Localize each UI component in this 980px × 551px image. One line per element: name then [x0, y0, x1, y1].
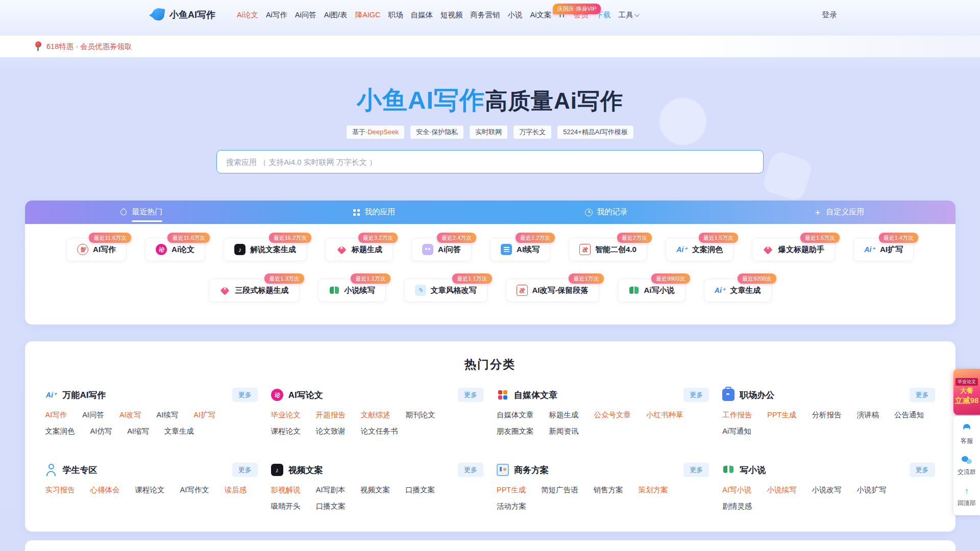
category-link[interactable]: AI改写: [119, 410, 141, 420]
category-link[interactable]: 论文致谢: [316, 427, 346, 436]
more-button[interactable]: 更多: [910, 388, 935, 402]
nav-item[interactable]: Ai文案: [530, 10, 552, 20]
thesis-promo-sticker[interactable]: 毕业论文 大餐 立减98: [953, 369, 980, 415]
category-link[interactable]: AI写作文: [180, 485, 209, 495]
category-link[interactable]: AI问答: [82, 410, 104, 420]
category-link[interactable]: 论文任务书: [361, 427, 398, 436]
category-link[interactable]: 实习报告: [45, 485, 75, 495]
category-link[interactable]: 小红书种草: [646, 410, 683, 420]
category-link[interactable]: 口播文案: [405, 485, 435, 495]
promo-bar[interactable]: 618特惠 · 会员优惠券领取: [0, 35, 980, 57]
category-link[interactable]: 自媒体文章: [497, 410, 534, 420]
category-link[interactable]: PPT生成: [767, 410, 796, 420]
nav-item[interactable]: Ai图/表: [324, 10, 348, 20]
more-button[interactable]: 更多: [683, 463, 709, 477]
category-link[interactable]: 分析报告: [812, 410, 841, 420]
category-link[interactable]: AI续写: [157, 410, 179, 420]
category-link[interactable]: 剧情灵感: [722, 502, 752, 511]
app-card[interactable]: 最近1.5万次 爆文标题助手: [752, 238, 835, 261]
app-card[interactable]: 最近1.5万次 Ai⁺ 文案润色: [666, 238, 733, 261]
category-link[interactable]: 朋友圈文案: [497, 427, 534, 436]
category-link[interactable]: 活动方案: [497, 502, 526, 511]
app-card[interactable]: 最近1.1万次 小说续写: [318, 279, 386, 302]
category-link[interactable]: 简短广告语: [541, 485, 578, 495]
app-card[interactable]: 最近3.2万次 标题生成: [325, 238, 393, 261]
category-link[interactable]: 公告通知: [894, 410, 924, 420]
vip-promo-badge[interactable]: 庆国庆·终身VIP: [553, 4, 601, 14]
nav-item[interactable]: 职场: [388, 10, 403, 20]
category-link[interactable]: 销售方案: [594, 485, 623, 495]
nav-item[interactable]: Ai问答: [295, 10, 316, 20]
category-link[interactable]: 期刊论文: [406, 410, 435, 420]
app-card[interactable]: 最近11.6万次 论 Ai论文: [145, 238, 205, 261]
category-link[interactable]: AI缩写: [127, 427, 149, 436]
category-link[interactable]: 策划方案: [639, 485, 668, 495]
nav-item[interactable]: 自媒体: [411, 10, 433, 20]
tab[interactable]: 最近热门: [25, 201, 258, 224]
app-card[interactable]: 最近9903次 Ai写小说: [618, 279, 685, 302]
category-link[interactable]: 工作报告: [722, 410, 752, 420]
category-link[interactable]: 文案润色: [45, 427, 75, 436]
category-link[interactable]: 文献综述: [361, 410, 390, 420]
category-link[interactable]: 新闻资讯: [549, 427, 579, 436]
app-card[interactable]: 最近2.4万次 Ai问答: [411, 238, 472, 261]
category-link[interactable]: AI写作: [45, 410, 67, 420]
more-button[interactable]: 更多: [458, 463, 483, 477]
category-link[interactable]: 毕业论文: [271, 410, 301, 420]
app-card[interactable]: 最近1.3万次 三段式标题生成: [209, 279, 300, 302]
category-link[interactable]: 小说改写: [812, 485, 841, 495]
nav-item[interactable]: Ai写作: [266, 10, 287, 20]
app-card[interactable]: 最近16.2万次 ♪ 解说文案生成: [224, 238, 307, 261]
floating-action[interactable]: ↑ 回顶部: [953, 481, 980, 512]
category-link[interactable]: AI写剧本: [316, 485, 345, 495]
login-button[interactable]: 登录: [822, 10, 837, 20]
category-link[interactable]: PPT生成: [497, 485, 526, 495]
app-card[interactable]: 最近2.2万次 AI续写: [490, 238, 550, 261]
more-button[interactable]: 更多: [232, 388, 258, 402]
more-button[interactable]: 更多: [232, 463, 258, 477]
category-link[interactable]: AI写小说: [722, 485, 751, 495]
tab[interactable]: 我的记录: [490, 201, 723, 224]
more-button[interactable]: 更多: [458, 388, 483, 402]
tab[interactable]: 我的应用: [257, 201, 490, 224]
category-link[interactable]: AI扩写: [193, 410, 215, 420]
category-link[interactable]: 课程论文: [271, 427, 301, 436]
category-link[interactable]: 公众号文章: [594, 410, 631, 420]
feature-badge: 5224+精品AI写作模板: [557, 125, 634, 139]
category-link[interactable]: 读后感: [225, 485, 247, 495]
more-button[interactable]: 更多: [683, 388, 709, 402]
category-link[interactable]: AI仿写: [90, 427, 112, 436]
category-group: 写小说 更多 AI写小说小说续写小说改写小说扩写剧情灵感: [722, 463, 935, 511]
category-link[interactable]: 标题生成: [549, 410, 579, 420]
category-link[interactable]: 文章生成: [164, 427, 194, 436]
category-link[interactable]: 口播文案: [316, 502, 346, 511]
category-link[interactable]: 心得体会: [90, 485, 120, 495]
app-card[interactable]: 最近1.4万次 Ai⁺ AI扩写: [853, 238, 914, 261]
nav-item[interactable]: Ai论文: [237, 10, 258, 20]
app-card[interactable]: 最近9208次 Ai⁺ 文章生成: [704, 279, 772, 302]
category-link[interactable]: Ai写通知: [722, 427, 751, 436]
category-link[interactable]: 小说扩写: [856, 485, 886, 495]
category-link[interactable]: 小说续写: [767, 485, 796, 495]
nav-item[interactable]: 降AIGC: [355, 10, 381, 20]
app-card[interactable]: 最近11.6万次 智 AI写作: [66, 238, 127, 261]
app-card[interactable]: 最近2万次 改 智能二创4.0: [569, 238, 647, 261]
search-input[interactable]: [216, 150, 764, 173]
category-link[interactable]: 影视解说: [271, 485, 301, 495]
category-link[interactable]: 开题报告: [316, 410, 346, 420]
app-card[interactable]: 最近1.1万次 ✎ 文章风格改写: [404, 279, 487, 302]
nav-item[interactable]: 小说: [508, 10, 523, 20]
category-link[interactable]: 吸睛开头: [271, 502, 301, 511]
nav-item[interactable]: 工具: [618, 10, 638, 20]
category-link[interactable]: 演讲稿: [856, 410, 879, 420]
app-card[interactable]: 最近1万次 改 AI改写-保留段落: [506, 279, 599, 302]
more-button[interactable]: 更多: [910, 463, 935, 477]
category-link[interactable]: 课程论文: [135, 485, 165, 495]
tab[interactable]: 自定义应用: [723, 201, 955, 224]
category-link[interactable]: 视频文案: [360, 485, 390, 495]
floating-action[interactable]: 交流群: [953, 450, 980, 481]
floating-action[interactable]: 客服: [953, 419, 980, 450]
nav-item[interactable]: 短视频: [440, 10, 463, 20]
nav-item[interactable]: 商务营销: [471, 10, 500, 20]
brand[interactable]: 小鱼AI写作: [149, 7, 215, 22]
